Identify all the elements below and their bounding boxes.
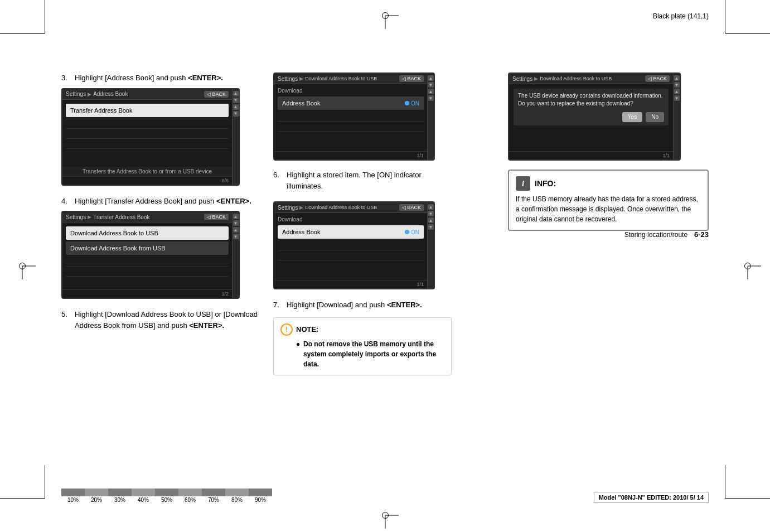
scroll-up-icon[interactable]: ▲ xyxy=(233,214,239,219)
screen-2-item2[interactable]: Download Address Book from USB xyxy=(66,241,229,255)
screen-1-section: Address Book xyxy=(93,91,128,97)
screen-4-on-label: ON xyxy=(405,229,419,235)
scroll-up6-icon[interactable]: ▲ xyxy=(428,204,434,210)
screen-4-block: Settings ▶ Download Address Book to USB … xyxy=(273,201,452,289)
progress-section: 10% 20% 30% 40% 50% 60% 70% 80% 90% xyxy=(61,489,272,503)
progress-seg-6 xyxy=(178,489,202,496)
pct-90: 90% xyxy=(249,497,272,503)
step-4-number: 4. xyxy=(61,196,72,207)
screen-2-back-btn[interactable]: ◁ BACK xyxy=(204,214,229,220)
progress-seg-7 xyxy=(202,489,225,496)
scroll-down9-icon[interactable]: ▼ xyxy=(674,95,680,101)
screen-5-body: The USB device already contains download… xyxy=(509,84,673,151)
step-3-text: 3. Highlight [Address Book] and push <EN… xyxy=(61,72,262,84)
scroll-down2-icon[interactable]: ▼ xyxy=(233,111,239,117)
scroll-up4-icon[interactable]: ▲ xyxy=(428,75,434,81)
yes-button[interactable]: Yes xyxy=(622,112,642,122)
plate-header: Black plate (141,1) xyxy=(653,12,709,20)
screen-1-menu-item[interactable]: Transfer Address Book xyxy=(66,104,229,117)
scroll-up7-icon[interactable]: ▲ xyxy=(428,217,434,223)
info-header: i INFO: xyxy=(516,176,701,191)
screen-1: Settings ▶ Address Book ◁ BACK Transfer … xyxy=(61,88,240,186)
note-bullet: ● Do not remove the USB memory until the… xyxy=(296,339,444,369)
pct-10: 10% xyxy=(61,497,85,503)
screen-5-breadcrumb: Settings xyxy=(512,76,532,82)
scroll-down7-icon[interactable]: ▼ xyxy=(428,224,434,230)
screen-1-main: Settings ▶ Address Book ◁ BACK Transfer … xyxy=(62,89,232,185)
screen-1-footer: 6/6 xyxy=(62,176,232,185)
scroll-up-icon[interactable]: ▲ xyxy=(233,91,239,96)
screen-5-footer: 1/1 xyxy=(509,151,673,159)
screen-2-item1[interactable]: Download Address Book to USB xyxy=(66,226,229,240)
screen-3-footer: 1/1 xyxy=(274,151,427,159)
scroll-down4-icon[interactable]: ▼ xyxy=(428,82,434,88)
screen-3-scrollbar: ▲ ▼ ▲ ▼ xyxy=(427,74,434,159)
screen-5-main: Settings ▶ Download Address Book to USB … xyxy=(509,74,673,159)
scroll-down-icon[interactable]: ▼ xyxy=(233,220,239,226)
pct-70: 70% xyxy=(202,497,225,503)
screen-1-inner: Settings ▶ Address Book ◁ BACK Transfer … xyxy=(62,89,239,185)
screen-2-footer: 1/2 xyxy=(62,289,232,298)
step-4-block: 4. Highlight [Transfer Address Book] and… xyxy=(61,196,262,299)
step-6-block: Settings ▶ Download Address Book to USB … xyxy=(273,72,452,191)
no-button[interactable]: No xyxy=(646,112,664,122)
step-6-content: Highlight a stored item. The [ON] indica… xyxy=(287,170,452,191)
screen-1-body: Transfer Address Book xyxy=(62,100,232,167)
screen-4-main: Settings ▶ Download Address Book to USB … xyxy=(274,202,427,288)
scroll-down5-icon[interactable]: ▼ xyxy=(428,95,434,101)
step-4-text: 4. Highlight [Transfer Address Book] and… xyxy=(61,196,262,207)
progress-seg-8 xyxy=(225,489,249,496)
pct-20: 20% xyxy=(85,497,108,503)
scroll-up2-icon[interactable]: ▲ xyxy=(233,104,239,110)
screen-4-download-label: Download xyxy=(278,215,424,224)
dialog-box: The USB device already contains download… xyxy=(514,89,669,125)
screen-3-back-btn[interactable]: ◁ BACK xyxy=(399,75,424,82)
scroll-up5-icon[interactable]: ▲ xyxy=(428,89,434,94)
section-label: Storing location/route xyxy=(624,231,687,239)
pct-50: 50% xyxy=(155,497,178,503)
step-5-text: 5. Highlight [Download Address Book to U… xyxy=(61,309,262,331)
screen-5-header: Settings ▶ Download Address Book to USB … xyxy=(509,74,673,84)
step-6-text: 6. Highlight a stored item. The [ON] ind… xyxy=(273,170,452,191)
bottom-area: 10% 20% 30% 40% 50% 60% 70% 80% 90% Mode… xyxy=(61,489,709,503)
screen-4-body: Download Address Book ON xyxy=(274,213,427,280)
screen-2-main: Settings ▶ Transfer Address Book ◁ BACK … xyxy=(62,212,232,298)
screen-3-download-label: Download xyxy=(278,86,424,95)
step-7-content: Highlight [Download] and push <ENTER>. xyxy=(287,299,422,311)
screen-2-section: Transfer Address Book xyxy=(93,214,149,220)
progress-seg-3 xyxy=(108,489,132,496)
scroll-down3-icon[interactable]: ▼ xyxy=(233,234,239,239)
screen-5-back-btn[interactable]: ◁ BACK xyxy=(645,75,670,82)
page-ref: 6-23 xyxy=(694,230,709,239)
step-5-number: 5. xyxy=(61,309,72,331)
screen-4-back-btn[interactable]: ◁ BACK xyxy=(399,204,424,211)
screen-4-page: 1/1 xyxy=(417,282,424,287)
screen-4-item[interactable]: Address Book ON xyxy=(278,225,424,239)
screen-5-inner: Settings ▶ Download Address Book to USB … xyxy=(509,74,680,159)
scroll-down8-icon[interactable]: ▼ xyxy=(674,82,680,88)
scroll-down-icon[interactable]: ▼ xyxy=(233,98,239,103)
screen-3-section: Download Address Book to USB xyxy=(305,76,377,81)
screen-2-inner: Settings ▶ Transfer Address Book ◁ BACK … xyxy=(62,212,239,298)
main-content: 3. Highlight [Address Book] and push <EN… xyxy=(61,72,709,460)
scroll-up3-icon[interactable]: ▲ xyxy=(233,227,239,233)
screen-1-back-btn[interactable]: ◁ BACK xyxy=(204,91,229,98)
progress-seg-9 xyxy=(249,489,272,496)
scroll-up8-icon[interactable]: ▲ xyxy=(674,75,680,81)
screen-3-item[interactable]: Address Book ON xyxy=(278,96,424,110)
screen-1-breadcrumb: Settings xyxy=(66,91,86,97)
info-box: i INFO: If the USB memory already has th… xyxy=(508,170,709,231)
pct-40: 40% xyxy=(132,497,155,503)
on-dot2-icon xyxy=(405,230,409,234)
scroll-down6-icon[interactable]: ▼ xyxy=(428,211,434,216)
screen-3-breadcrumb: Settings xyxy=(278,76,298,82)
step-4-content: Highlight [Transfer Address Book] and pu… xyxy=(75,196,251,207)
screen-2-page: 1/2 xyxy=(221,291,229,297)
pct-60: 60% xyxy=(178,497,202,503)
progress-seg-1 xyxy=(61,489,85,496)
scroll-up9-icon[interactable]: ▲ xyxy=(674,89,680,94)
step-7-text: 7. Highlight [Download] and push <ENTER>… xyxy=(273,299,452,311)
dialog-text: The USB device already contains download… xyxy=(518,92,664,108)
screen-4-inner: Settings ▶ Download Address Book to USB … xyxy=(274,202,434,288)
info-icon: i xyxy=(516,176,530,191)
